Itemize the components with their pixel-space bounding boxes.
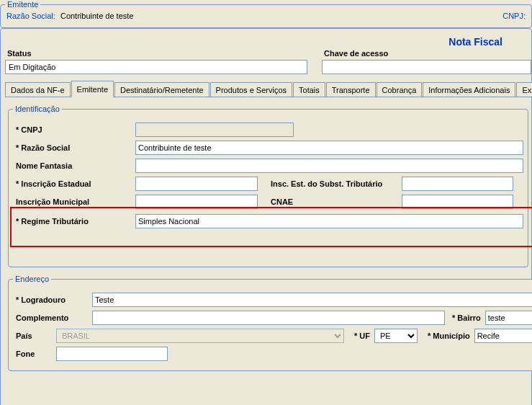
cnpj-label: * CNPJ [13, 125, 135, 134]
tab-dados-nfe[interactable]: Dados da NF-e [5, 82, 71, 97]
endereco-fieldset: Endereço * Logradouro Complemento * Bair… [8, 275, 532, 371]
complemento-label: Complemento [13, 313, 92, 322]
inscricao-municipal-label: Inscrição Municipal [13, 197, 135, 206]
municipio-label: * Município [418, 331, 474, 340]
cnpj-header-label: CNPJ: [502, 12, 526, 20]
cnae-input[interactable] [402, 195, 513, 209]
cnae-label: CNAE [258, 197, 402, 206]
nome-fantasia-input[interactable] [135, 159, 523, 173]
bairro-input[interactable] [485, 311, 532, 325]
tab-transporte[interactable]: Transporte [326, 82, 376, 97]
insc-subst-trib-input[interactable] [402, 177, 513, 191]
pais-label: País [13, 331, 56, 340]
tab-destinatario[interactable]: Destinatário/Remetente [114, 82, 209, 97]
regime-tributario-label: * Regime Tributário [13, 217, 135, 226]
main-panel: Nota Fiscal Status Chave de acesso Dados… [0, 28, 532, 405]
regime-tributario-input[interactable] [135, 214, 523, 228]
tab-info-adicionais[interactable]: Informações Adicionais [423, 82, 515, 97]
razao-social-header-label: Razão Social: [6, 12, 55, 20]
tab-exportacao[interactable]: Exportaç [516, 82, 532, 97]
chave-acesso-input[interactable] [322, 60, 531, 74]
emitente-header-fieldset: Emitente Razão Social: Contribuinte de t… [0, 0, 532, 28]
insc-subst-trib-label: Insc. Est. do Subst. Tributário [258, 179, 402, 188]
complemento-input[interactable] [92, 311, 445, 325]
emitente-legend: Emitente [5, 0, 40, 9]
fone-label: Fone [13, 350, 56, 358]
fone-input[interactable] [56, 347, 168, 361]
uf-label: * UF [344, 331, 374, 340]
tab-produtos[interactable]: Produtos e Serviços [210, 82, 292, 97]
endereco-legend: Endereço [13, 275, 51, 283]
identificacao-legend: Identificação [13, 104, 62, 113]
razao-social-input[interactable] [135, 141, 523, 155]
inscricao-municipal-input[interactable] [135, 195, 258, 209]
logradouro-input[interactable] [92, 293, 532, 307]
inscricao-estadual-label: * Inscrição Estadual [13, 179, 135, 188]
tab-content-emitente: Identificação * CNPJ * Razão Social Nome… [5, 104, 531, 371]
status-input[interactable] [5, 60, 307, 74]
nome-fantasia-label: Nome Fantasia [13, 161, 135, 170]
tab-emitente[interactable]: Emitente [71, 81, 114, 97]
razao-social-label: * Razão Social [13, 143, 135, 152]
tab-cobranca[interactable]: Cobrança [377, 82, 423, 97]
nota-fiscal-title: Nota Fiscal [448, 32, 502, 55]
bairro-label: * Bairro [445, 313, 485, 322]
razao-social-header-value: Contribuinte de teste [60, 12, 134, 20]
tab-totais[interactable]: Totais [293, 82, 325, 97]
inscricao-estadual-input[interactable] [135, 177, 258, 191]
logradouro-label: * Logradouro [13, 295, 92, 304]
tabstrip: Dados da NF-e Emitente Destinatário/Reme… [5, 80, 532, 97]
uf-select[interactable]: PE [374, 329, 418, 343]
identificacao-fieldset: Identificação * CNPJ * Razão Social Nome… [8, 104, 528, 267]
pais-select[interactable]: BRASIL [56, 329, 344, 343]
cnpj-input[interactable] [135, 123, 294, 137]
status-label: Status [5, 49, 322, 60]
municipio-input[interactable] [474, 329, 532, 343]
